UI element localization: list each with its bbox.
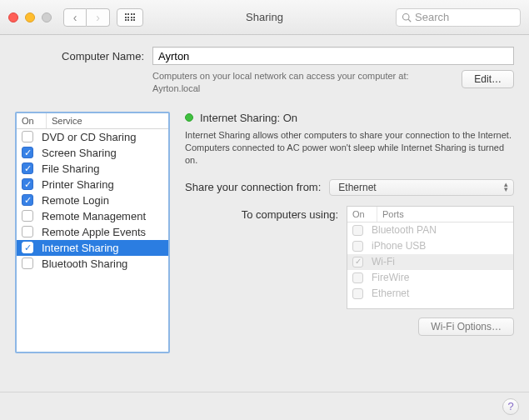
help-button[interactable]: ? [502,398,519,415]
service-checkbox[interactable] [22,162,33,174]
chevron-left-icon: ‹ [73,11,77,24]
wifi-options-button[interactable]: Wi-Fi Options… [418,318,514,336]
port-label: Ethernet [372,288,409,299]
search-input[interactable]: Search [396,8,521,27]
port-row[interactable]: Wi-Fi [347,254,513,270]
help-icon: ? [507,400,513,412]
service-label: Remote Management [42,210,146,222]
port-row[interactable]: Ethernet [347,286,513,302]
status-label: Internet Sharing: On [200,112,297,124]
content: Computer Name: Computers on your local n… [0,35,529,392]
computer-name-input[interactable] [152,47,514,65]
close-icon[interactable] [8,12,18,22]
computer-name-row: Computer Name: [15,47,514,65]
port-label: iPhone USB [372,240,426,252]
ports-list: Bluetooth PANiPhone USBWi-FiFireWireEthe… [347,222,513,302]
service-row[interactable]: DVD or CD Sharing [17,129,168,145]
port-checkbox[interactable] [352,225,363,236]
computer-name-label: Computer Name: [15,50,144,62]
grid-icon [125,13,136,21]
footer: ? [0,392,529,420]
service-label: Remote Login [42,194,109,207]
port-row[interactable]: FireWire [347,270,513,286]
service-row[interactable]: File Sharing [17,161,168,177]
ports-header-on: On [347,207,377,222]
service-label: Remote Apple Events [42,226,146,238]
service-label: Bluetooth Sharing [42,258,127,270]
service-checkbox[interactable] [22,258,33,269]
service-row[interactable]: Remote Management [17,208,168,224]
ports-panel: On Ports Bluetooth PANiPhone USBWi-FiFir… [347,206,514,309]
computer-name-hint: Computers on your local network can acce… [152,70,452,95]
share-from-row: Share your connection from: Ethernet ▴▾ [185,179,514,196]
minimize-icon[interactable] [25,12,35,22]
service-label: DVD or CD Sharing [42,131,136,143]
service-checkbox[interactable] [22,131,33,142]
service-checkbox[interactable] [22,242,33,253]
port-checkbox[interactable] [352,272,363,283]
nav-buttons: ‹ › [63,8,110,27]
ports-row: To computers using: On Ports Bluetooth P… [185,206,514,309]
svg-line-1 [408,19,411,22]
search-placeholder: Search [415,11,449,23]
port-row[interactable]: Bluetooth PAN [347,222,513,238]
status-row: Internet Sharing: On [185,112,514,124]
ports-header: On Ports [347,207,513,222]
service-label: File Sharing [42,162,99,175]
preferences-window: ‹ › Sharing Search Computer Name: Comput… [0,0,529,420]
port-checkbox[interactable] [352,288,363,299]
share-from-value: Ethernet [338,182,376,193]
forward-button: › [87,8,110,27]
service-row[interactable]: Printer Sharing [17,177,168,192]
to-computers-label: To computers using: [185,206,338,309]
port-label: Wi-Fi [372,256,395,268]
main-area: On Service DVD or CD SharingScreen Shari… [15,112,514,383]
service-label: Internet Sharing [42,242,119,254]
window-title: Sharing [246,11,283,23]
service-label: Printer Sharing [42,178,114,191]
port-label: Bluetooth PAN [372,224,437,236]
service-checkbox[interactable] [22,178,33,190]
services-list: DVD or CD SharingScreen SharingFile Shar… [17,129,168,272]
chevron-updown-icon: ▴▾ [504,182,508,192]
service-checkbox[interactable] [22,226,33,238]
service-row[interactable]: Remote Apple Events [17,224,168,240]
share-from-label: Share your connection from: [185,181,321,193]
port-checkbox[interactable] [352,257,363,268]
service-row[interactable]: Bluetooth Sharing [17,256,168,272]
service-checkbox[interactable] [22,194,33,206]
services-header-service: Service [47,113,168,128]
search-icon [402,12,412,22]
edit-button[interactable]: Edit… [462,70,514,88]
zoom-icon[interactable] [42,12,52,22]
service-row[interactable]: Screen Sharing [17,145,168,161]
services-panel: On Service DVD or CD SharingScreen Shari… [15,112,170,353]
show-all-button[interactable] [117,8,143,27]
chevron-right-icon: › [96,11,100,24]
service-row[interactable]: Remote Login [17,192,168,208]
status-dot-icon [185,113,193,122]
share-from-popup[interactable]: Ethernet ▴▾ [329,179,514,196]
ports-header-ports: Ports [377,207,513,222]
traffic-lights [8,12,52,22]
port-checkbox[interactable] [352,241,363,252]
port-label: FireWire [372,272,409,283]
port-row[interactable]: iPhone USB [347,238,513,254]
service-label: Screen Sharing [42,147,117,159]
service-description: Internet Sharing allows other computers … [185,129,514,168]
svg-point-0 [403,13,410,20]
services-header: On Service [17,113,168,129]
services-header-on: On [17,113,47,128]
back-button[interactable]: ‹ [63,8,87,27]
titlebar: ‹ › Sharing Search [0,0,529,35]
computer-name-sub: Computers on your local network can acce… [15,70,514,95]
service-checkbox[interactable] [22,210,33,222]
service-row[interactable]: Internet Sharing [17,240,168,256]
detail-panel: Internet Sharing: On Internet Sharing al… [185,112,514,383]
service-checkbox[interactable] [22,147,33,158]
